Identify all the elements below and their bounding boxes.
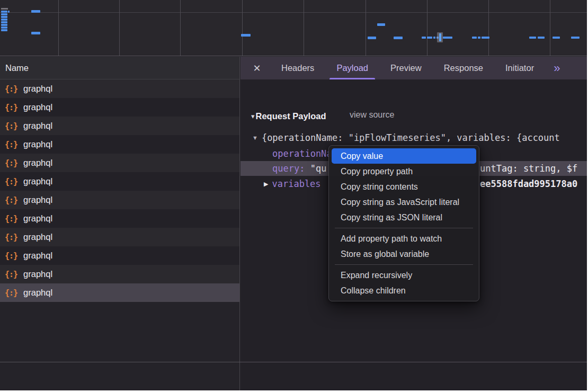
json-braces-icon: {:} — [5, 158, 17, 168]
menu-item-copy-string-as-javascript-literal[interactable]: Copy string as JavaScript literal — [332, 194, 476, 210]
panel-divider — [0, 362, 587, 362]
menu-item-collapse-children[interactable]: Collapse children — [332, 283, 476, 298]
overview-gridline — [180, 0, 181, 56]
request-name: graphql — [23, 121, 52, 131]
request-name: graphql — [23, 232, 52, 242]
request-timing-bar — [1, 11, 7, 13]
request-timing-bar — [1, 13, 7, 15]
request-name: graphql — [23, 158, 52, 168]
request-row[interactable]: {:}graphql — [0, 228, 239, 246]
request-timing-bar — [427, 37, 432, 39]
request-timing-bar — [553, 37, 560, 39]
request-timing-bar — [1, 16, 7, 18]
overview-gridline — [58, 0, 59, 56]
details-tab-bar: ✕ HeadersPayloadPreviewResponseInitiator… — [240, 57, 587, 79]
request-payload-section[interactable]: ▾ Request Payload — [251, 109, 326, 123]
section-title: Request Payload — [256, 111, 326, 121]
request-name: graphql — [23, 139, 52, 149]
menu-item-copy-string-as-json-literal[interactable]: Copy string as JSON literal — [332, 210, 476, 225]
property-key: variables — [272, 179, 320, 189]
name-column-header[interactable]: Name — [0, 57, 239, 79]
request-row[interactable]: {:}graphql — [0, 98, 239, 117]
tabs-container: HeadersPayloadPreviewResponseInitiator — [270, 57, 545, 79]
json-braces-icon: {:} — [5, 177, 17, 186]
overview-gridline — [427, 0, 427, 56]
menu-separator — [335, 228, 473, 228]
request-timing-bar — [529, 37, 536, 39]
overview-marker-bar — [439, 33, 441, 41]
payload-preview-text: {operationName: "ipFlowTimeseries", vari… — [262, 132, 560, 143]
collapse-caret-icon: ▾ — [251, 112, 255, 120]
property-value-left: "qu — [310, 163, 327, 174]
overview-grey-dash — [1, 8, 8, 10]
expand-down-icon[interactable]: ▼ — [252, 135, 258, 141]
more-tabs-icon[interactable]: » — [546, 57, 567, 79]
json-braces-icon: {:} — [5, 121, 17, 131]
request-row[interactable]: {:}graphql — [0, 191, 239, 209]
overview-gridline — [242, 0, 243, 56]
tab-headers[interactable]: Headers — [270, 57, 325, 79]
overview-gridline — [550, 0, 550, 56]
menu-item-add-property-path-to-watch[interactable]: Add property path to watch — [332, 231, 476, 246]
request-timing-bar — [482, 37, 489, 39]
context-menu: Copy valueCopy property pathCopy string … — [328, 145, 479, 301]
request-list: {:}graphql{:}graphql{:}graphql{:}graphql… — [0, 79, 239, 302]
menu-item-copy-value[interactable]: Copy value — [332, 148, 476, 164]
request-timing-bar — [422, 37, 426, 39]
json-braces-icon: {:} — [5, 103, 17, 112]
request-row[interactable]: {:}graphql — [0, 209, 239, 228]
view-source-link[interactable]: view source — [350, 110, 394, 120]
request-timing-bar — [8, 11, 10, 13]
request-row[interactable]: {:}graphql — [0, 246, 239, 265]
request-row[interactable]: {:}graphql — [0, 154, 239, 172]
menu-item-store-as-global-variable[interactable]: Store as global variable — [332, 246, 476, 262]
payload-root-row[interactable]: ▼ {operationName: "ipFlowTimeseries", va… — [240, 130, 587, 145]
request-timing-bar — [1, 26, 7, 29]
network-overview-strip[interactable] — [0, 0, 587, 56]
request-timing-bar — [478, 37, 480, 39]
request-name: graphql — [23, 102, 52, 112]
request-name: graphql — [23, 213, 52, 224]
close-icon[interactable]: ✕ — [248, 57, 266, 79]
request-row[interactable]: {:}graphql — [0, 79, 239, 98]
json-braces-icon: {:} — [5, 270, 17, 279]
request-timing-bar — [368, 37, 376, 39]
request-row[interactable]: {:}graphql — [0, 172, 239, 191]
devtools-window: Name {:}graphql{:}graphql{:}graphql{:}gr… — [0, 0, 587, 390]
request-row[interactable]: {:}graphql — [0, 117, 239, 135]
menu-item-copy-property-path[interactable]: Copy property path — [332, 164, 476, 179]
request-timing-bar — [1, 19, 7, 21]
menu-separator — [335, 264, 473, 265]
request-timing-bar — [1, 29, 7, 31]
json-braces-icon: {:} — [5, 84, 17, 94]
request-name: graphql — [23, 195, 52, 205]
request-row[interactable]: {:}graphql — [0, 283, 239, 302]
expand-right-icon[interactable]: ▶ — [264, 181, 268, 188]
request-row[interactable]: {:}graphql — [0, 135, 239, 154]
request-name: graphql — [23, 176, 52, 186]
request-timing-bar — [1, 24, 7, 26]
tab-response[interactable]: Response — [433, 57, 494, 79]
menu-item-copy-string-contents[interactable]: Copy string contents — [332, 179, 476, 194]
request-row[interactable]: {:}graphql — [0, 265, 239, 283]
request-name: graphql — [23, 251, 52, 261]
request-timing-bar — [31, 32, 40, 34]
request-timing-bar — [377, 23, 385, 26]
request-name: graphql — [23, 84, 52, 94]
request-name: graphql — [23, 288, 52, 298]
request-timing-bar — [538, 37, 545, 39]
request-timing-bar — [443, 37, 452, 39]
tab-initiator[interactable]: Initiator — [494, 57, 545, 79]
request-timing-bar — [394, 37, 403, 39]
overview-gridline — [119, 0, 120, 56]
overview-baseline — [0, 12, 587, 13]
json-braces-icon: {:} — [5, 140, 17, 149]
overview-gridline — [488, 0, 489, 56]
property-value-right: ee5588fdad995178a0 — [480, 176, 577, 191]
menu-item-expand-recursively[interactable]: Expand recursively — [332, 268, 476, 283]
tab-preview[interactable]: Preview — [379, 57, 433, 79]
request-timing-bar — [433, 37, 435, 39]
request-timing-bar — [571, 37, 580, 39]
request-timing-bar — [31, 10, 40, 13]
tab-payload[interactable]: Payload — [325, 57, 379, 79]
